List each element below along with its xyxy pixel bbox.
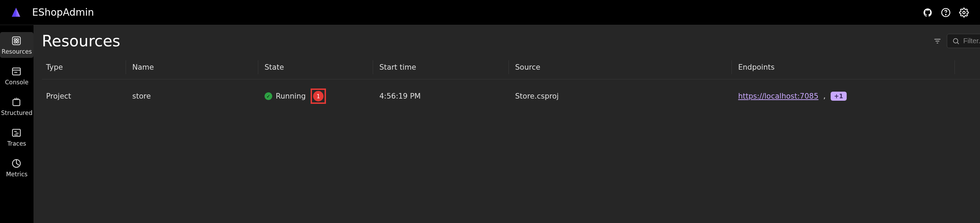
col-header-state: State bbox=[264, 63, 373, 71]
svg-rect-8 bbox=[17, 39, 19, 40]
endpoint-link[interactable]: https://localhost:7085 bbox=[738, 92, 818, 100]
sidebar-item-label: Metrics bbox=[6, 171, 27, 178]
structured-icon bbox=[11, 97, 22, 108]
page-title: Resources bbox=[42, 32, 120, 50]
col-header-logs: Logs bbox=[961, 63, 980, 71]
topbar-right bbox=[923, 8, 969, 17]
cell-type: Project bbox=[42, 92, 126, 100]
topbar: EShopAdmin bbox=[0, 0, 980, 25]
state-text: Running bbox=[276, 92, 306, 100]
sidebar-item-label: Structured bbox=[1, 109, 32, 116]
sidebar-item-label: Resources bbox=[2, 48, 32, 55]
sidebar-item-traces[interactable]: Traces bbox=[0, 124, 33, 150]
sidebar-item-resources[interactable]: Resources bbox=[0, 32, 33, 58]
col-header-start: Start time bbox=[379, 63, 509, 71]
svg-point-5 bbox=[963, 11, 965, 14]
sidebar-item-metrics[interactable]: Metrics bbox=[0, 155, 33, 180]
col-header-endpoints: Endpoints bbox=[738, 63, 955, 71]
sidebar-item-label: Traces bbox=[7, 140, 26, 147]
header-controls bbox=[933, 34, 980, 48]
cell-name: store bbox=[132, 92, 258, 100]
traces-icon bbox=[11, 128, 22, 139]
cell-endpoints: https://localhost:7085, +1 bbox=[738, 92, 955, 101]
cell-source: Store.csproj bbox=[515, 92, 732, 100]
svg-marker-2 bbox=[12, 8, 16, 17]
endpoint-sep: , bbox=[823, 92, 826, 100]
status-running-icon bbox=[264, 92, 272, 100]
table-header: Type Name State Start time Source Endpoi… bbox=[42, 55, 980, 79]
svg-point-4 bbox=[945, 14, 946, 15]
svg-rect-11 bbox=[13, 68, 21, 75]
grid-icon bbox=[11, 36, 22, 47]
main-content: Resources Type Name State Start bbox=[33, 25, 980, 223]
sidebar-item-structured[interactable]: Structured bbox=[0, 93, 33, 119]
col-header-type: Type bbox=[42, 63, 126, 71]
search-box[interactable] bbox=[947, 34, 980, 48]
sidebar-item-label: Console bbox=[5, 79, 29, 86]
search-icon bbox=[952, 37, 960, 45]
cell-state: Running 1 bbox=[264, 89, 373, 104]
metrics-icon bbox=[11, 158, 22, 169]
table-row: Project store Running 1 4:56:19 PM Store… bbox=[42, 79, 980, 113]
search-input[interactable] bbox=[963, 37, 980, 45]
page-header: Resources bbox=[42, 32, 980, 50]
sidebar-item-console[interactable]: Console bbox=[0, 63, 33, 89]
col-header-name: Name bbox=[132, 63, 258, 71]
filter-icon[interactable] bbox=[933, 36, 942, 46]
svg-rect-14 bbox=[13, 100, 20, 106]
settings-icon[interactable] bbox=[959, 8, 969, 17]
col-header-source: Source bbox=[515, 63, 732, 71]
console-icon bbox=[11, 66, 22, 77]
endpoint-more-badge[interactable]: +1 bbox=[830, 92, 847, 101]
cell-start-time: 4:56:19 PM bbox=[379, 92, 509, 100]
highlight-box: 1 bbox=[310, 89, 326, 104]
sidebar: Resources Console Structured Traces Metr… bbox=[0, 25, 33, 223]
notification-badge[interactable]: 1 bbox=[313, 91, 323, 101]
topbar-left: EShopAdmin bbox=[0, 6, 94, 19]
app-title: EShopAdmin bbox=[32, 6, 94, 18]
help-icon[interactable] bbox=[941, 8, 951, 17]
svg-rect-6 bbox=[13, 37, 21, 45]
github-icon[interactable] bbox=[923, 8, 932, 17]
svg-rect-10 bbox=[17, 41, 19, 43]
svg-point-23 bbox=[953, 38, 958, 43]
app-logo-icon bbox=[10, 6, 22, 19]
svg-rect-9 bbox=[14, 41, 16, 43]
svg-line-24 bbox=[957, 43, 959, 44]
svg-rect-7 bbox=[14, 39, 16, 40]
